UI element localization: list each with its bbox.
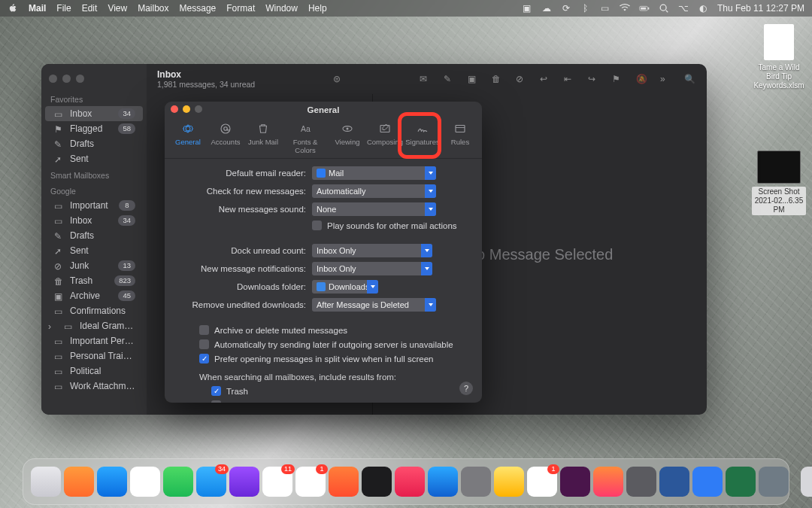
checkbox-retry-send[interactable]: Automatically try sending later if outgo… (177, 339, 470, 349)
select-default-reader[interactable]: Mail (312, 166, 436, 180)
sidebar-item-confirmations[interactable]: ▭Confirmations (45, 303, 143, 318)
compose-icon[interactable]: ✎ (444, 74, 456, 84)
sidebar-item-archive[interactable]: ▣Archive45 (45, 288, 143, 303)
menu-help[interactable]: Help (308, 3, 327, 14)
dock-word[interactable] (659, 467, 689, 497)
search-icon[interactable] (659, 3, 669, 14)
checkbox-play-sounds[interactable]: Play sounds for other mail actions (177, 221, 470, 230)
sidebar-item-ideal-grammar[interactable]: ›▭Ideal Grammar (45, 318, 143, 333)
dock-app-orange[interactable] (593, 467, 623, 497)
flag-icon[interactable]: ⚑ (612, 74, 624, 84)
dock-zoom[interactable] (692, 467, 723, 497)
sidebar-item-inbox-g[interactable]: ▭Inbox34 (45, 213, 143, 228)
sidebar-item-trash[interactable]: 🗑Trash823 (45, 273, 143, 288)
cloud-icon[interactable]: ☁ (541, 3, 552, 14)
desktop-file-screenshot[interactable]: Screen Shot2021-02...6.35 PM (752, 151, 806, 215)
menu-format[interactable]: Format (226, 3, 255, 14)
dock-downloads[interactable] (801, 467, 812, 497)
dock-slack[interactable] (560, 467, 590, 497)
select-downloads[interactable]: Downloads (312, 280, 378, 294)
tab-rules[interactable]: Rules (441, 120, 479, 158)
desktop-file-xlsm[interactable]: Tame a Wild Bird Tip Keywords.xlsm (752, 24, 806, 90)
menu-view[interactable]: View (108, 3, 127, 14)
dock-mail[interactable] (196, 467, 226, 497)
select-notifications[interactable]: Inbox Only (312, 262, 432, 275)
dock-finder[interactable] (31, 467, 61, 497)
sidebar-item-important-personal[interactable]: ▭Important Personal (45, 333, 143, 348)
sidebar-item-sent-g[interactable]: ➚Sent (45, 243, 143, 258)
select-dock-count[interactable]: Inbox Only (312, 244, 432, 257)
dock-calendar[interactable] (262, 467, 292, 497)
tab-fonts-colors[interactable]: AaFonts & Colors (282, 120, 329, 158)
sidebar-item-personal-training[interactable]: ▭Personal Training (45, 348, 143, 364)
dock-preview[interactable] (494, 467, 524, 497)
dock-podcasts[interactable] (229, 467, 259, 497)
dock-messages[interactable] (163, 467, 193, 497)
dock-safari[interactable] (97, 467, 127, 497)
menu-message[interactable]: Message (180, 3, 217, 14)
window-controls[interactable] (171, 105, 202, 113)
menubar-clock[interactable]: Thu Feb 11 12:27 PM (717, 3, 804, 14)
select-check-messages[interactable]: Automatically (312, 184, 436, 198)
menu-file[interactable]: File (56, 3, 71, 14)
reply-icon[interactable]: ↩ (540, 74, 552, 84)
tab-junk-mail[interactable]: Junk Mail (244, 120, 282, 158)
app-name[interactable]: Mail (29, 3, 46, 14)
siri-icon[interactable]: ◐ (698, 3, 708, 14)
dock-books[interactable] (329, 467, 359, 497)
sidebar-item-important[interactable]: ▭Important8 (45, 198, 143, 213)
filter-icon[interactable]: ⊜ (333, 74, 353, 84)
battery-icon[interactable] (639, 3, 650, 14)
dock-chrome[interactable] (130, 467, 160, 497)
control-center-icon[interactable]: ⌥ (678, 3, 689, 14)
window-controls[interactable] (41, 70, 147, 90)
select-remove-downloads[interactable]: After Message is Deleted (312, 298, 436, 312)
help-button[interactable]: ? (459, 382, 473, 395)
sidebar-item-political[interactable]: ▭Political (45, 364, 143, 379)
checkbox-search-trash[interactable]: Trash (177, 386, 470, 396)
mute-icon[interactable]: 🔕 (636, 74, 648, 84)
sidebar-item-work-attachments[interactable]: ▭Work Attachments (45, 379, 143, 394)
display-icon[interactable]: ▭ (600, 3, 611, 14)
apple-menu-icon[interactable] (8, 3, 18, 14)
dock-settings[interactable] (461, 467, 491, 497)
forward-icon[interactable]: ↪ (588, 74, 600, 84)
dock-app-gray[interactable] (759, 467, 789, 497)
dock-messenger[interactable] (527, 467, 557, 497)
checkbox-archive-muted[interactable]: Archive or delete muted messages (177, 325, 470, 335)
sync-icon[interactable]: ⟳ (561, 3, 571, 14)
sidebar-item-flagged[interactable]: ⚑Flagged58 (45, 121, 143, 136)
dock-excel[interactable] (726, 467, 756, 497)
tab-accounts[interactable]: Accounts (207, 120, 244, 158)
wifi-icon[interactable] (620, 3, 630, 14)
dock-appstore[interactable] (428, 467, 458, 497)
envelope-icon[interactable]: ✉ (420, 74, 432, 84)
menu-edit[interactable]: Edit (82, 3, 98, 14)
tab-composing[interactable]: Composing (366, 120, 404, 158)
more-icon[interactable]: » (660, 74, 672, 84)
tab-signatures[interactable]: Signatures (404, 120, 441, 158)
dock-launchpad[interactable] (64, 467, 94, 497)
dock-music[interactable] (395, 467, 425, 497)
tab-viewing[interactable]: Viewing (329, 120, 366, 158)
select-new-sound[interactable]: None (312, 202, 436, 216)
sidebar-item-inbox[interactable]: ▭Inbox34 (45, 106, 143, 121)
sidebar-item-drafts[interactable]: ✎Drafts (45, 136, 143, 151)
menu-mailbox[interactable]: Mailbox (138, 3, 168, 14)
trash-icon[interactable]: 🗑 (492, 74, 504, 84)
dock-tv[interactable] (362, 467, 392, 497)
prefs-titlebar[interactable]: General (165, 102, 482, 118)
dock-quicktime[interactable] (626, 467, 656, 497)
sidebar-item-sent[interactable]: ➚Sent (45, 151, 143, 166)
sidebar-item-junk[interactable]: ⊘Junk13 (45, 258, 143, 273)
checkbox-split-view[interactable]: Prefer opening messages in split view wh… (177, 354, 470, 364)
archive-icon[interactable]: ▣ (468, 74, 480, 84)
sidebar-item-drafts-g[interactable]: ✎Drafts (45, 228, 143, 243)
junk-icon[interactable]: ⊘ (516, 74, 528, 84)
video-icon[interactable]: ▣ (522, 3, 532, 14)
checkbox-search-junk[interactable]: Junk (177, 400, 470, 403)
menu-window[interactable]: Window (265, 3, 298, 14)
bluetooth-icon[interactable]: ᛒ (580, 3, 591, 14)
reply-all-icon[interactable]: ⇤ (564, 74, 576, 84)
tab-general[interactable]: General (169, 120, 207, 158)
